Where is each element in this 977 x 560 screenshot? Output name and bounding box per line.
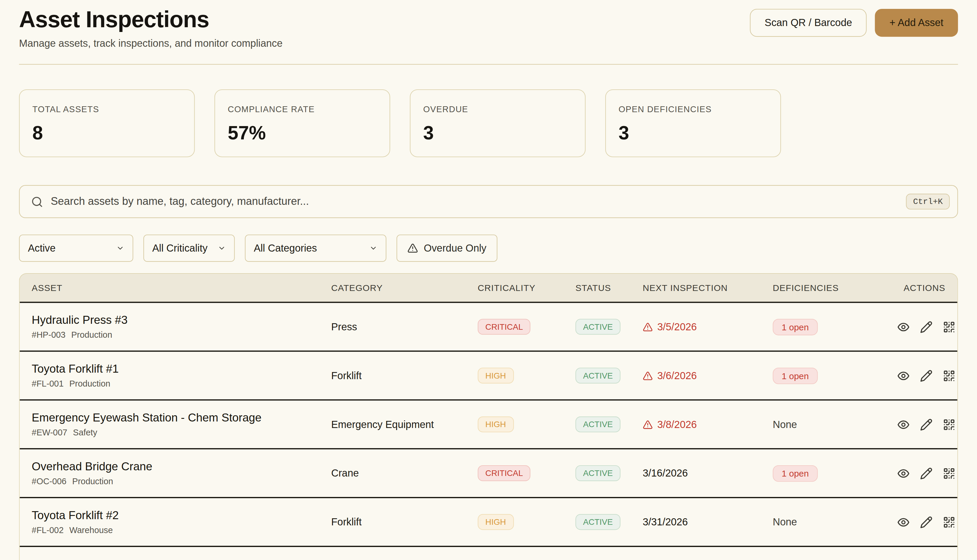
filter-category-select[interactable]: All Categories xyxy=(245,235,386,262)
asset-name: Emergency Eyewash Station - Chem Storage xyxy=(32,412,331,425)
view-asset-button[interactable] xyxy=(897,369,910,382)
column-header-category: CATEGORY xyxy=(331,283,478,293)
stat-label: COMPLIANCE RATE xyxy=(228,105,377,114)
asset-name: Hydraulic Press #3 xyxy=(32,314,331,327)
qr-code-button[interactable] xyxy=(943,320,955,333)
header-divider xyxy=(19,64,958,65)
table-row[interactable]: Toyota Forklift #1 #FL-001 Production Fo… xyxy=(20,352,957,401)
asset-tag: #OC-006 xyxy=(32,477,66,486)
edit-asset-button[interactable] xyxy=(920,516,933,528)
stat-card-open-deficiencies: OPEN DEFICIENCIES 3 xyxy=(605,90,781,157)
asset-site: Production xyxy=(69,380,110,389)
stat-card-total-assets: TOTAL ASSETS 8 xyxy=(19,90,195,157)
category-value: Press xyxy=(331,322,478,333)
stat-card-compliance-rate: COMPLIANCE RATE 57% xyxy=(214,90,390,157)
asset-name: Toyota Forklift #2 xyxy=(32,509,331,523)
eye-icon xyxy=(897,369,910,382)
edit-asset-button[interactable] xyxy=(920,418,933,431)
edit-asset-button[interactable] xyxy=(920,320,933,333)
next-inspection-date: 3/31/2026 xyxy=(642,517,773,528)
search-input[interactable] xyxy=(20,186,957,218)
eye-icon xyxy=(897,467,910,480)
eye-icon xyxy=(897,516,910,528)
pencil-icon xyxy=(920,516,933,528)
qr-code-icon xyxy=(943,369,955,382)
category-value: Forklift xyxy=(331,370,478,382)
column-header-asset: ASSET xyxy=(32,283,331,293)
deficiency-badge: 1 open xyxy=(773,465,818,482)
date-text: 3/6/2026 xyxy=(657,370,697,382)
filter-status-value: Active xyxy=(28,243,55,254)
stat-label: OVERDUE xyxy=(423,105,572,114)
stats-row: TOTAL ASSETS 8 COMPLIANCE RATE 57% OVERD… xyxy=(19,90,958,157)
deficiency-badge: 1 open xyxy=(773,368,818,384)
qr-code-button[interactable] xyxy=(943,418,955,431)
column-header-deficiencies: DEFICIENCIES xyxy=(773,283,897,293)
qr-code-button[interactable] xyxy=(943,369,955,382)
qr-code-button[interactable] xyxy=(943,516,955,528)
pencil-icon xyxy=(920,418,933,431)
asset-name: Overhead Bridge Crane xyxy=(32,460,331,474)
stat-card-overdue: OVERDUE 3 xyxy=(410,90,586,157)
page-title: Asset Inspections xyxy=(19,6,750,33)
criticality-badge: CRITICAL xyxy=(478,466,530,482)
edit-asset-button[interactable] xyxy=(920,369,933,382)
table-row[interactable]: Overhead Bridge Crane #OC-006 Production… xyxy=(20,450,957,498)
filter-status-select[interactable]: Active xyxy=(19,235,133,262)
asset-tag: #HP-003 xyxy=(32,331,65,340)
table-row[interactable]: Emergency Eyewash Station - Chem Storage… xyxy=(20,401,957,450)
next-inspection-date: 3/8/2026 xyxy=(642,419,773,430)
date-text: 3/5/2026 xyxy=(657,322,697,333)
date-text: 3/31/2026 xyxy=(642,517,688,528)
view-asset-button[interactable] xyxy=(897,418,910,431)
view-asset-button[interactable] xyxy=(897,516,910,528)
qr-code-button[interactable] xyxy=(943,467,955,480)
table-row[interactable]: Toyota Forklift #2 #FL-002 Warehouse For… xyxy=(20,498,957,547)
status-badge: ACTIVE xyxy=(575,319,620,335)
column-header-actions: ACTIONS xyxy=(897,283,945,293)
stat-value: 3 xyxy=(619,123,768,144)
criticality-badge: CRITICAL xyxy=(478,319,530,335)
column-header-status: STATUS xyxy=(575,283,642,293)
add-asset-button[interactable]: + Add Asset xyxy=(875,9,958,37)
deficiency-badge: 1 open xyxy=(773,319,818,335)
date-text: 3/8/2026 xyxy=(657,419,697,430)
search-bar: Ctrl+K xyxy=(19,185,958,218)
overdue-only-button[interactable]: Overdue Only xyxy=(396,235,497,262)
pencil-icon xyxy=(920,369,933,382)
stat-label: OPEN DEFICIENCIES xyxy=(619,105,768,114)
qr-code-icon xyxy=(943,467,955,480)
category-value: Crane xyxy=(331,468,478,479)
overdue-warning-icon xyxy=(642,322,652,332)
assets-table: ASSET CATEGORY CRITICALITY STATUS NEXT I… xyxy=(19,273,958,560)
category-value: Forklift xyxy=(331,517,478,528)
eye-icon xyxy=(897,418,910,431)
edit-asset-button[interactable] xyxy=(920,467,933,480)
filter-row: Active All Criticality All Categories Ov… xyxy=(19,235,958,262)
overdue-warning-icon xyxy=(642,420,652,430)
criticality-badge: HIGH xyxy=(478,368,514,384)
table-row[interactable]: Fire Extinguisher - Prod Floor A Fire Ex… xyxy=(20,547,957,560)
overdue-warning-icon xyxy=(642,371,652,381)
view-asset-button[interactable] xyxy=(897,467,910,480)
view-asset-button[interactable] xyxy=(897,320,910,333)
asset-site: Warehouse xyxy=(69,526,113,535)
next-inspection-date: 3/6/2026 xyxy=(642,370,773,382)
status-badge: ACTIVE xyxy=(575,466,620,482)
asset-name: Toyota Forklift #1 xyxy=(32,363,331,376)
page-subtitle: Manage assets, track inspections, and mo… xyxy=(19,38,750,50)
keyboard-shortcut-badge: Ctrl+K xyxy=(906,194,950,210)
alert-triangle-icon xyxy=(407,243,418,254)
table-row[interactable]: Hydraulic Press #3 #HP-003 Production Pr… xyxy=(20,303,957,352)
deficiency-text: None xyxy=(773,419,797,430)
criticality-badge: HIGH xyxy=(478,514,514,530)
filter-category-value: All Categories xyxy=(254,243,317,254)
stat-value: 3 xyxy=(423,123,572,144)
filter-criticality-select[interactable]: All Criticality xyxy=(143,235,234,262)
criticality-badge: HIGH xyxy=(478,417,514,433)
qr-code-icon xyxy=(943,418,955,431)
scan-qr-barcode-button[interactable]: Scan QR / Barcode xyxy=(750,9,867,37)
date-text: 3/16/2026 xyxy=(642,468,688,479)
chevron-down-icon xyxy=(116,244,124,252)
stat-value: 57% xyxy=(228,123,377,144)
